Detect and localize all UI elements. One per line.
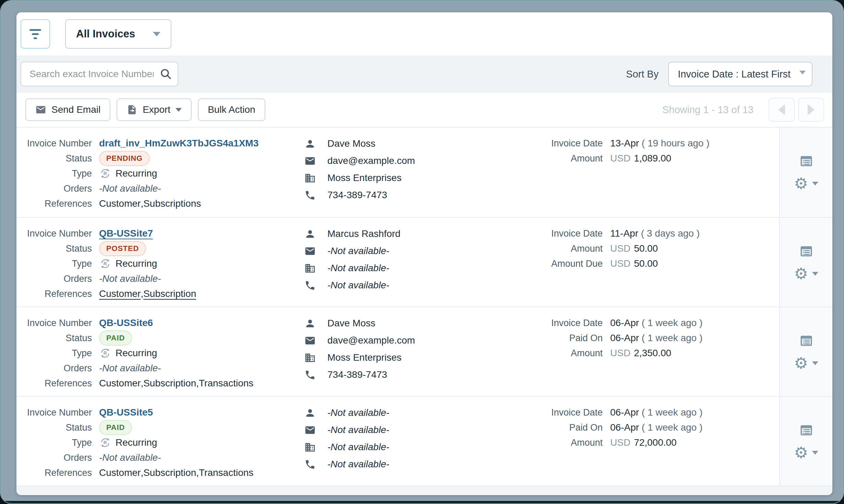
- detail-label: Invoice Date: [538, 228, 603, 239]
- detail-line: AmountUSD2,350.00: [538, 346, 779, 361]
- sort-dropdown-value: Invoice Date : Latest First: [678, 69, 791, 80]
- recurring-icon: R: [99, 347, 111, 359]
- invoice-details: Invoice Date06-Apr ( 1 week ago )Paid On…: [531, 307, 779, 396]
- reference-link: Customer: [99, 378, 141, 389]
- row-settings-button[interactable]: ⚙: [794, 176, 818, 191]
- chevron-down-icon: [812, 272, 818, 276]
- gear-icon: ⚙: [794, 266, 808, 281]
- chevron-down-icon: [799, 71, 806, 74]
- contact-line: -Not available-: [304, 260, 531, 277]
- sort-dropdown[interactable]: Invoice Date : Latest First: [668, 62, 812, 86]
- row-detail-icon: [798, 423, 815, 438]
- row-detail-button[interactable]: [798, 244, 815, 259]
- contact-line: -Not available-: [304, 404, 531, 421]
- next-row-partial: [16, 485, 832, 495]
- references-value: Customer, Subscription, Transactions: [99, 378, 253, 389]
- recurring-icon: R: [99, 257, 111, 270]
- field-label: Type: [16, 168, 92, 179]
- contact-line: Marcus Rashford: [304, 225, 531, 242]
- row-detail-button[interactable]: [798, 423, 815, 438]
- reference-link[interactable]: Subscription: [143, 288, 196, 299]
- prev-page-button[interactable]: [769, 98, 795, 122]
- field-label: Invoice Number: [16, 318, 92, 328]
- pagination-summary: Showing 1 - 13 of 13: [662, 104, 753, 116]
- detail-value: USD2,350.00: [610, 348, 671, 359]
- detail-line: Invoice Date06-Apr ( 1 week ago ): [538, 315, 779, 331]
- field-label: Status: [16, 153, 92, 164]
- building-icon: [304, 172, 316, 184]
- reference-link: Customer: [99, 198, 141, 209]
- header-bar: All Invoices: [16, 12, 832, 56]
- svg-text:R: R: [104, 350, 107, 356]
- field-label: References: [16, 199, 92, 209]
- invoice-contact: Marcus Rashford-Not available--Not avail…: [291, 218, 531, 307]
- invoice-row: Invoice NumberQB-USSite6StatusPAIDTypeRR…: [16, 307, 832, 396]
- collection-dropdown-label: All Invoices: [76, 28, 135, 40]
- field-label: Type: [16, 437, 92, 448]
- mail-icon: [304, 424, 316, 436]
- row-settings-button[interactable]: ⚙: [794, 355, 818, 371]
- invoice-number-link[interactable]: draft_inv_HmZuwK3TbJGS4a1XM3: [99, 138, 258, 149]
- row-detail-button[interactable]: [798, 154, 815, 169]
- status-badge: PENDING: [99, 151, 150, 166]
- filter-button[interactable]: [21, 19, 50, 49]
- bulk-action-button[interactable]: Bulk Action: [198, 98, 265, 121]
- contact-value: -Not available-: [327, 459, 389, 470]
- invoice-type: RRecurring: [99, 436, 157, 449]
- screen-frame: All Invoices Sort By Invoice Date : Late…: [0, 0, 844, 504]
- contact-value: -Not available-: [327, 424, 389, 435]
- field-label: Orders: [16, 453, 92, 463]
- detail-line: Invoice Date06-Apr ( 1 week ago ): [538, 405, 779, 420]
- field-label: References: [16, 378, 92, 389]
- gear-icon: ⚙: [794, 445, 808, 460]
- triangle-left-icon: [778, 104, 785, 115]
- contact-line: Dave Moss: [304, 135, 531, 152]
- invoice-row: Invoice Numberdraft_inv_HmZuwK3TbJGS4a1X…: [16, 128, 832, 217]
- invoice-row: Invoice NumberQB-USSite7StatusPOSTEDType…: [16, 217, 832, 307]
- toolbar: Send Email Export Bulk Action Showing 1 …: [16, 93, 832, 127]
- references-value: Customer, Subscriptions: [99, 198, 201, 209]
- building-icon: [304, 352, 316, 363]
- reference-link[interactable]: Customer: [99, 288, 141, 299]
- person-icon: [304, 318, 316, 329]
- orders-value: -Not available-: [99, 183, 161, 194]
- chevron-down-icon: [812, 182, 818, 185]
- contact-line: Moss Enterprises: [304, 169, 531, 187]
- row-detail-button[interactable]: [798, 333, 815, 348]
- detail-label: Paid On: [538, 333, 603, 344]
- contact-line: -Not available-: [304, 421, 531, 439]
- field-label: Type: [16, 259, 92, 269]
- detail-line: AmountUSD72,000.00: [538, 435, 779, 450]
- invoice-number-link[interactable]: QB-USSite6: [99, 317, 153, 328]
- chevron-down-icon: [812, 361, 818, 365]
- phone-icon: [304, 190, 316, 201]
- building-icon: [304, 263, 316, 274]
- next-page-button[interactable]: [798, 98, 824, 122]
- field-label: Invoice Number: [16, 407, 92, 418]
- contact-value: dave@example.com: [327, 155, 415, 166]
- invoice-fields: Invoice NumberQB-USSite7StatusPOSTEDType…: [16, 218, 291, 307]
- detail-value: 06-Apr ( 1 week ago ): [610, 317, 702, 328]
- send-email-button[interactable]: Send Email: [25, 98, 110, 121]
- contact-value: Moss Enterprises: [327, 352, 401, 363]
- detail-line: AmountUSD50.00: [538, 241, 779, 256]
- field-label: References: [16, 468, 92, 478]
- invoice-fields: Invoice Numberdraft_inv_HmZuwK3TbJGS4a1X…: [16, 128, 291, 217]
- contact-line: -Not available-: [304, 242, 531, 260]
- invoice-number-link[interactable]: QB-USSite5: [99, 407, 153, 418]
- field-label: Orders: [16, 183, 92, 194]
- person-icon: [304, 407, 316, 419]
- orders-value: -Not available-: [99, 452, 161, 463]
- collection-dropdown[interactable]: All Invoices: [65, 19, 171, 49]
- invoice-number-link[interactable]: QB-USSite7: [99, 228, 153, 239]
- search-icon[interactable]: [160, 68, 172, 80]
- gear-icon: ⚙: [794, 176, 808, 191]
- field-label: References: [16, 289, 92, 299]
- export-button[interactable]: Export: [117, 98, 192, 121]
- row-settings-button[interactable]: ⚙: [794, 266, 818, 281]
- detail-value: USD50.00: [610, 243, 658, 254]
- row-settings-button[interactable]: ⚙: [794, 445, 818, 460]
- status-badge: PAID: [99, 331, 132, 346]
- invoice-details: Invoice Date06-Apr ( 1 week ago )Paid On…: [531, 397, 779, 485]
- search-input[interactable]: [21, 62, 178, 86]
